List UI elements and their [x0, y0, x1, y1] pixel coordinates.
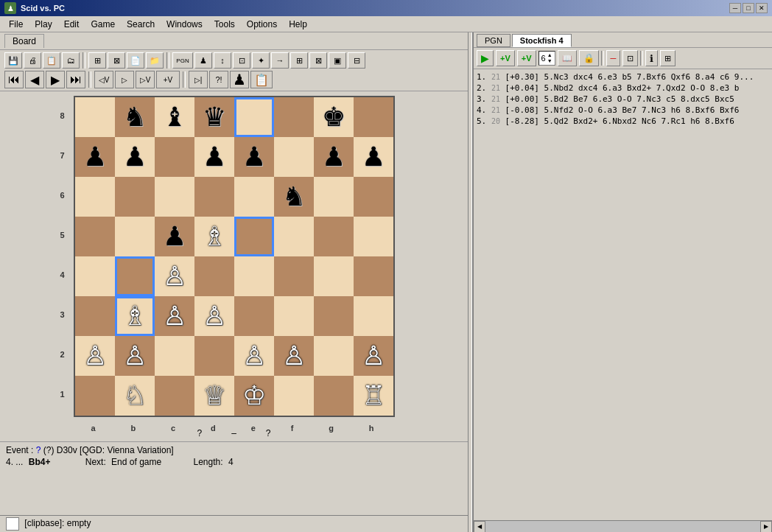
- cell-f2[interactable]: ♙: [274, 336, 314, 376]
- cell-c5[interactable]: ♟: [155, 217, 194, 256]
- tb-database-btn[interactable]: 📁: [146, 52, 164, 69]
- menu-help[interactable]: Help: [283, 18, 313, 31]
- cell-h4[interactable]: [354, 256, 393, 296]
- nav-last-btn[interactable]: ⏭: [66, 71, 85, 88]
- cell-b5[interactable]: [115, 217, 155, 256]
- cell-e3[interactable]: [234, 296, 274, 336]
- tb-filter-btn[interactable]: ⊠: [108, 52, 125, 69]
- cell-c3[interactable]: ♙: [155, 296, 194, 336]
- depth-up[interactable]: ▲: [547, 52, 552, 58]
- cell-a5[interactable]: [75, 217, 115, 256]
- nav-annot-btn[interactable]: ?!: [209, 71, 228, 88]
- nav-first-btn[interactable]: ⏮: [4, 71, 24, 88]
- cell-g3[interactable]: [314, 296, 354, 336]
- tb-flip-btn[interactable]: ↕: [214, 52, 231, 69]
- engine-plus-cap-btn[interactable]: +V: [517, 50, 536, 66]
- nav-next-btn[interactable]: ▶: [46, 71, 65, 88]
- engine-play-btn[interactable]: ▶: [477, 50, 494, 66]
- cell-f4[interactable]: [274, 256, 314, 296]
- tb-extra3-btn[interactable]: ▣: [329, 52, 346, 69]
- tb-pgn-btn[interactable]: PGN: [172, 52, 193, 69]
- menu-tools[interactable]: Tools: [208, 18, 241, 31]
- cell-a2[interactable]: ♙: [75, 336, 115, 376]
- close-button[interactable]: ✕: [756, 3, 768, 13]
- cell-f3[interactable]: [274, 296, 314, 336]
- cell-f5[interactable]: [274, 217, 314, 256]
- cell-a3[interactable]: [75, 296, 115, 336]
- minimize-button[interactable]: ─: [729, 3, 741, 13]
- cell-e7[interactable]: ♟: [234, 137, 274, 177]
- cell-c2[interactable]: [155, 336, 194, 376]
- scroll-left-btn[interactable]: ◀: [474, 521, 485, 533]
- tb-marks-btn[interactable]: ✦: [252, 52, 270, 69]
- cell-e8[interactable]: [234, 97, 274, 137]
- nav-add-var-btn[interactable]: +V: [156, 71, 180, 88]
- menu-search[interactable]: Search: [121, 18, 161, 31]
- tb-open-btn[interactable]: 🖨: [24, 52, 41, 69]
- tb-arrows-btn[interactable]: →: [271, 52, 289, 69]
- scroll-track[interactable]: [485, 521, 760, 533]
- cell-g5[interactable]: [314, 217, 354, 256]
- cell-c1[interactable]: [155, 376, 194, 416]
- cell-c8[interactable]: ♝: [155, 97, 194, 137]
- cell-g1[interactable]: [314, 376, 354, 416]
- nav-pieces-btn[interactable]: ♟: [230, 71, 249, 88]
- depth-down[interactable]: ▼: [547, 58, 552, 64]
- nav-clipboard-btn[interactable]: 📋: [250, 71, 273, 88]
- cell-c4[interactable]: ♙: [155, 256, 194, 296]
- cell-e4[interactable]: [234, 256, 274, 296]
- cell-a8[interactable]: [75, 97, 115, 137]
- cell-d3[interactable]: ♙: [194, 296, 234, 336]
- cell-h6[interactable]: [354, 177, 393, 217]
- nav-prev-var-btn[interactable]: ◁V: [94, 71, 113, 88]
- cell-f6[interactable]: ♞: [274, 177, 314, 217]
- cell-b6[interactable]: [115, 177, 155, 217]
- nav-next-var1-btn[interactable]: ▷: [115, 71, 134, 88]
- cell-f8[interactable]: [274, 97, 314, 137]
- menu-play[interactable]: Play: [29, 18, 57, 31]
- cell-d7[interactable]: ♟: [194, 137, 234, 177]
- cell-a4[interactable]: [75, 256, 115, 296]
- nav-mark-start-btn[interactable]: ▷|: [189, 71, 208, 88]
- cell-h5[interactable]: [354, 217, 393, 256]
- cell-b4[interactable]: [115, 256, 155, 296]
- cell-g4[interactable]: [314, 256, 354, 296]
- nav-prev-btn[interactable]: ◀: [25, 71, 44, 88]
- engine-extra-btn[interactable]: ⊞: [660, 50, 676, 66]
- cell-g8[interactable]: ♚: [314, 97, 354, 137]
- tb-find-btn[interactable]: ⊞: [88, 52, 106, 69]
- cell-h3[interactable]: [354, 296, 393, 336]
- tb-new-btn[interactable]: 💾: [4, 52, 22, 69]
- cell-f7[interactable]: [274, 137, 314, 177]
- menu-edit[interactable]: Edit: [58, 18, 85, 31]
- cell-b1[interactable]: ♘: [115, 376, 155, 416]
- cell-g6[interactable]: [314, 177, 354, 217]
- engine-minus-btn[interactable]: ─: [606, 50, 621, 66]
- tab-engine[interactable]: Stockfish 4: [512, 34, 572, 47]
- cell-c7[interactable]: [155, 137, 194, 177]
- cell-c6[interactable]: [155, 177, 194, 217]
- depth-box[interactable]: 6 ▲ ▼: [538, 51, 555, 66]
- menu-windows[interactable]: Windows: [161, 18, 208, 31]
- cell-h2[interactable]: ♙: [354, 336, 393, 376]
- nav-next-var2-btn[interactable]: ▷V: [136, 71, 155, 88]
- engine-lock-btn[interactable]: 🔒: [579, 50, 599, 66]
- engine-info-btn[interactable]: ℹ: [645, 50, 658, 66]
- maximize-button[interactable]: □: [743, 3, 754, 13]
- cell-h7[interactable]: ♟: [354, 137, 393, 177]
- cell-d1[interactable]: ♕: [194, 376, 234, 416]
- tb-board-btn[interactable]: ♟: [194, 52, 212, 69]
- cell-h1[interactable]: ♖: [354, 376, 393, 416]
- cell-g2[interactable]: [314, 336, 354, 376]
- event-value[interactable]: ?: [36, 445, 41, 455]
- tb-game-btn[interactable]: 📄: [127, 52, 144, 69]
- engine-multi-btn[interactable]: ⊡: [622, 50, 638, 66]
- tb-coords-btn[interactable]: ⊡: [233, 52, 250, 69]
- cell-d6[interactable]: [194, 177, 234, 217]
- cell-f1[interactable]: [274, 376, 314, 416]
- cell-h8[interactable]: [354, 97, 393, 137]
- cell-e1[interactable]: ♔: [234, 376, 274, 416]
- board-tab[interactable]: Board: [4, 34, 44, 48]
- cell-d5[interactable]: ♗: [194, 217, 234, 256]
- menu-options[interactable]: Options: [241, 18, 283, 31]
